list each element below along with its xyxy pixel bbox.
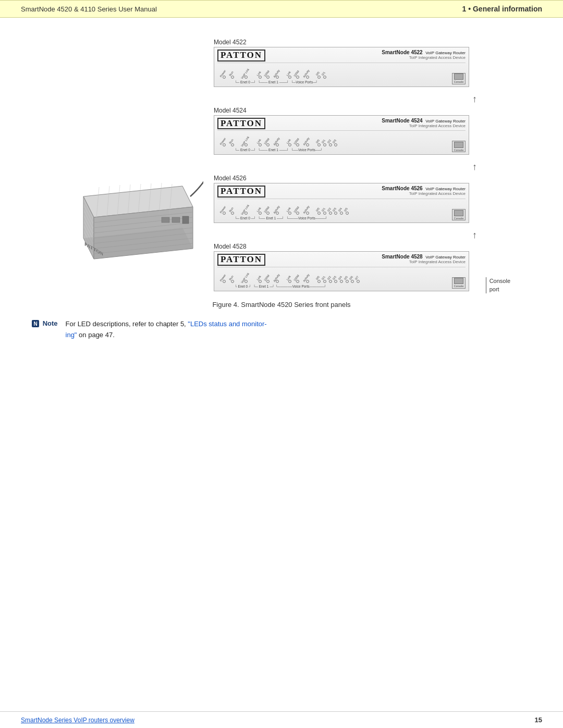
console-4524: Console: [452, 141, 466, 152]
arrow-4526: ↑: [472, 162, 477, 171]
model-4526-label: Model 4526: [214, 175, 495, 182]
brand-4522: PATTON: [217, 50, 265, 61]
console-4526: Console: [452, 209, 466, 220]
footer-link[interactable]: SmartNode Series VoIP routers overview: [21, 717, 134, 724]
page-header: SmartNode 4520 & 4110 Series User Manual…: [0, 0, 563, 18]
note-link[interactable]: "LEDs status and monitor-ing": [66, 320, 267, 339]
brand-4526: PATTON: [217, 186, 265, 198]
svg-rect-28: [182, 216, 189, 224]
panel-4524: PATTON SmartNode 4524 VoIP Gateway Route…: [214, 115, 469, 155]
panel-4526: PATTON SmartNode 4526 VoIP Gateway Route…: [214, 183, 469, 223]
note-text: For LED descriptions, refer to chapter 5…: [66, 319, 267, 341]
svg-rect-27: [172, 217, 180, 223]
model-4522-label: Model 4522: [214, 39, 495, 46]
leds-row-4522: Power Run VoIP Link Link 100M Activity L…: [217, 64, 450, 80]
note-icon: N: [31, 319, 40, 328]
arrow-4528: ↑: [472, 230, 477, 240]
model-4524-label: Model 4524: [214, 107, 495, 114]
console-port-label: Consoleport: [486, 277, 510, 293]
arrow-4524: ↑: [472, 94, 477, 104]
leds-row-4526: Power Run VoIP Link Link 100M Activity L…: [217, 200, 450, 216]
panels-container: Model 4522 PATTON SmartNode 4522 VoIP Ga…: [214, 39, 495, 295]
page-footer: SmartNode Series VoIP routers overview 1…: [0, 711, 563, 728]
leds-row-4528: Power Run VoIP Link Link 100M Activity L…: [217, 268, 450, 284]
note-section: N Note For LED descriptions, refer to ch…: [31, 319, 532, 341]
svg-rect-26: [162, 217, 169, 223]
model-4526-block: Model 4526 PATTON SmartNode 4526 VoIP Ga…: [214, 175, 495, 223]
model-4528-block: Model 4528 PATTON SmartNode 4528 VoIP Ga…: [214, 243, 495, 291]
console-4522: Console: [452, 73, 466, 84]
diagrams-section: PATTON Model 4522: [68, 39, 495, 295]
physical-device-svg: PATTON: [68, 155, 203, 275]
leds-row-4524: Power Run VoIP Link Link 100M Activity L…: [217, 132, 450, 147]
panel-4522: PATTON SmartNode 4522 VoIP Gateway Route…: [214, 47, 469, 87]
manual-title: SmartNode 4520 & 4110 Series User Manual: [21, 5, 157, 13]
note-label: N Note: [31, 319, 58, 328]
footer-page-number: 15: [535, 716, 542, 724]
console-4528: Console: [452, 277, 466, 289]
physical-device-section: PATTON: [68, 39, 214, 295]
svg-text:N: N: [33, 321, 37, 327]
main-content: PATTON Model 4522: [0, 18, 563, 372]
model-4528-label: Model 4528: [214, 243, 495, 250]
model-4524-block: Model 4524 PATTON SmartNode 4524 VoIP Ga…: [214, 107, 495, 155]
model-4522-block: Model 4522 PATTON SmartNode 4522 VoIP Ga…: [214, 39, 495, 87]
panel-4528: PATTON SmartNode 4528 VoIP Gateway Route…: [214, 251, 469, 291]
chapter-title: 1 • General information: [462, 5, 543, 13]
brand-4528: PATTON: [217, 254, 265, 266]
brand-4524: PATTON: [217, 118, 265, 130]
figure-caption: Figure 4. SmartNode 4520 Series front pa…: [31, 301, 532, 309]
